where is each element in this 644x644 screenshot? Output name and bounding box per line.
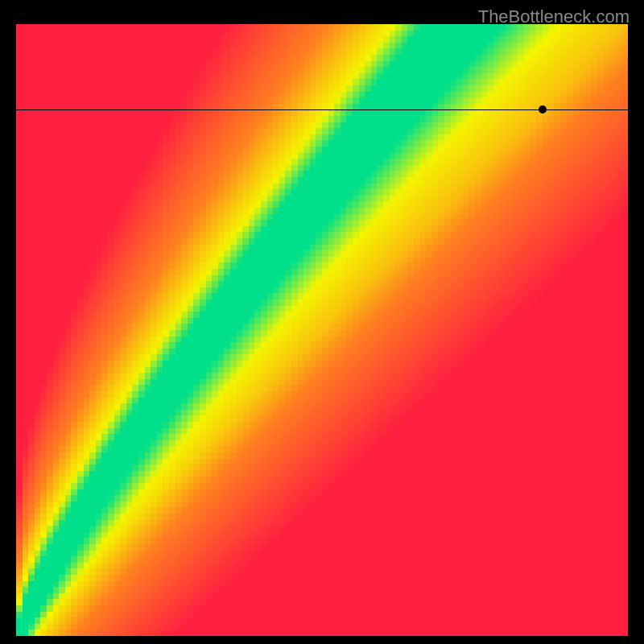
- heatmap-canvas: [16, 24, 628, 636]
- watermark-text: TheBottleneck.com: [478, 6, 630, 27]
- data-point-marker: [539, 105, 547, 114]
- heatmap-chart: [16, 24, 628, 636]
- crosshair-horizontal: [16, 109, 628, 110]
- crosshair-vertical: [543, 639, 543, 644]
